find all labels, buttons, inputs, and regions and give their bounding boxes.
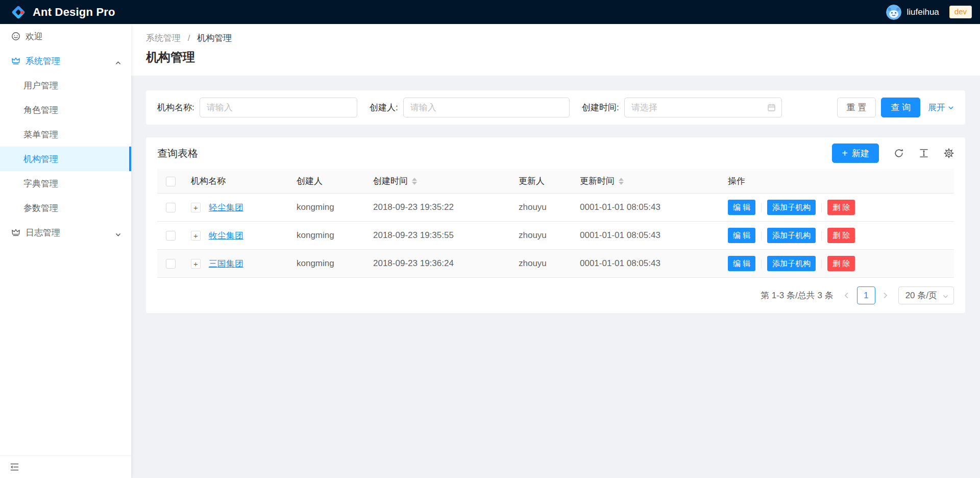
field-label: 创建时间:	[582, 102, 619, 113]
column-header-creator: 创建人	[288, 169, 364, 194]
field-label: 创建人:	[370, 102, 398, 113]
row-checkbox[interactable]	[166, 203, 176, 212]
search-filter-card: 机构名称: 创建人: 创建时间:	[146, 90, 965, 125]
sidebar-collapse-trigger[interactable]	[0, 456, 131, 478]
app-root: Ant Design Pro liufeihua dev	[0, 0, 980, 478]
avatar	[886, 5, 901, 20]
page-size-select[interactable]: 20 条/页	[898, 286, 954, 304]
expand-row-icon[interactable]: +	[191, 203, 201, 212]
table-header-row: 机构名称 创建人 创建时间	[157, 169, 954, 194]
cell-update-time: 0001-01-01 08:05:43	[571, 250, 719, 278]
breadcrumb-parent[interactable]: 系统管理	[146, 33, 181, 43]
cell-create-time: 2018-09-23 19:36:24	[364, 250, 510, 278]
table-toolbar: 查询表格 + 新建	[146, 137, 965, 169]
expand-filters-link[interactable]: 展开	[928, 102, 954, 113]
data-table: 机构名称 创建人 创建时间	[157, 169, 954, 278]
plus-icon: +	[842, 148, 848, 158]
breadcrumb-current: 机构管理	[197, 33, 232, 43]
filter-field-creator: 创建人:	[370, 98, 570, 117]
sidebar-group-log[interactable]: 日志管理	[0, 220, 131, 245]
search-button[interactable]: 查 询	[881, 98, 920, 117]
column-height-icon[interactable]	[919, 148, 929, 158]
row-checkbox[interactable]	[166, 231, 176, 241]
create-time-datepicker[interactable]	[624, 98, 782, 117]
delete-button[interactable]: 删 除	[827, 200, 855, 215]
cell-create-time: 2018-09-23 19:35:22	[364, 194, 510, 222]
table-row: + 轻尘集团 kongming 2018-09-23 19:35:22 zhou…	[157, 194, 954, 222]
edit-button[interactable]: 编 辑	[728, 228, 755, 243]
row-checkbox[interactable]	[166, 259, 176, 269]
cell-updater: zhouyu	[510, 194, 571, 222]
page-title: 机构管理	[146, 49, 965, 65]
pagination-next[interactable]	[880, 292, 891, 299]
sidebar-item-menu-mgmt[interactable]: 菜单管理	[0, 122, 131, 147]
org-name-link[interactable]: 轻尘集团	[209, 203, 243, 212]
field-label: 机构名称:	[157, 102, 194, 113]
add-child-org-button[interactable]: 添加子机构	[767, 256, 816, 271]
sidebar-item-org-mgmt[interactable]: 机构管理	[0, 147, 131, 171]
username: liufeihua	[906, 7, 939, 17]
new-button[interactable]: + 新建	[832, 144, 879, 163]
sort-icon	[412, 178, 417, 185]
crown-icon	[11, 56, 20, 65]
refresh-icon[interactable]	[894, 148, 904, 158]
sidebar-submenu-system: 用户管理 角色管理 菜单管理 机构管理 字典管理 参数管理	[0, 73, 131, 220]
pagination-page-1[interactable]: 1	[857, 286, 875, 304]
edit-button[interactable]: 编 辑	[728, 200, 755, 215]
pagination-prev[interactable]	[841, 292, 852, 299]
edit-button[interactable]: 编 辑	[728, 256, 755, 271]
chevron-down-icon	[948, 105, 954, 111]
sidebar-item-label: 欢迎	[26, 31, 43, 42]
cell-creator: kongming	[288, 222, 364, 250]
cell-update-time: 0001-01-01 08:05:43	[571, 194, 719, 222]
chevron-down-icon	[943, 294, 948, 299]
expand-label: 展开	[928, 102, 945, 113]
cell-creator: kongming	[288, 250, 364, 278]
sidebar-item-role-mgmt[interactable]: 角色管理	[0, 98, 131, 122]
user-menu[interactable]: liufeihua	[881, 5, 944, 20]
env-tag: dev	[949, 6, 972, 18]
sidebar-item-dict-mgmt[interactable]: 字典管理	[0, 171, 131, 196]
sidebar-item-label: 角色管理	[23, 104, 58, 116]
org-name-link[interactable]: 三国集团	[209, 259, 243, 269]
sidebar-item-welcome[interactable]: 欢迎	[0, 24, 131, 49]
filter-actions: 重 置 查 询 展开	[837, 98, 954, 117]
page-size-value: 20 条/页	[905, 291, 937, 300]
sidebar-group-system[interactable]: 系统管理	[0, 49, 131, 73]
sidebar-item-user-mgmt[interactable]: 用户管理	[0, 73, 131, 98]
crown-icon	[11, 228, 20, 237]
sidebar-item-label: 参数管理	[23, 202, 58, 214]
sidebar-item-param-mgmt[interactable]: 参数管理	[0, 196, 131, 220]
divider	[761, 259, 762, 268]
add-child-org-button[interactable]: 添加子机构	[767, 200, 816, 215]
add-child-org-button[interactable]: 添加子机构	[767, 228, 816, 243]
column-header-update-time[interactable]: 更新时间	[571, 169, 719, 194]
org-name-link[interactable]: 牧尘集团	[209, 231, 243, 241]
creator-input[interactable]	[403, 98, 570, 117]
cell-updater: zhouyu	[510, 250, 571, 278]
settings-gear-icon[interactable]	[944, 148, 954, 158]
main-content: 系统管理 / 机构管理 机构管理 机构名称: 创建人:	[131, 24, 980, 478]
sidebar-item-label: 菜单管理	[23, 129, 58, 140]
table-row: + 牧尘集团 kongming 2018-09-23 19:35:55 zhou…	[157, 222, 954, 250]
smile-icon	[11, 32, 20, 41]
sidebar-item-label: 机构管理	[23, 153, 58, 165]
org-name-input[interactable]	[200, 98, 357, 117]
select-all-checkbox[interactable]	[166, 177, 176, 186]
menu-fold-icon	[10, 462, 19, 472]
reset-button[interactable]: 重 置	[837, 98, 876, 117]
filter-field-create-time: 创建时间:	[582, 98, 782, 117]
delete-button[interactable]: 删 除	[827, 256, 855, 271]
expand-row-icon[interactable]: +	[191, 231, 201, 241]
delete-button[interactable]: 删 除	[827, 228, 855, 243]
table-row: + 三国集团 kongming 2018-09-23 19:36:24 zhou…	[157, 250, 954, 278]
expand-row-icon[interactable]: +	[191, 259, 201, 269]
new-button-label: 新建	[852, 148, 869, 159]
logo-link[interactable]: Ant Design Pro	[11, 5, 115, 20]
column-label: 创建时间	[373, 175, 408, 187]
divider	[821, 259, 822, 268]
column-header-create-time[interactable]: 创建时间	[364, 169, 510, 194]
divider	[761, 231, 762, 240]
ant-design-logo-icon	[11, 5, 26, 20]
query-table-card: 查询表格 + 新建	[146, 137, 965, 313]
